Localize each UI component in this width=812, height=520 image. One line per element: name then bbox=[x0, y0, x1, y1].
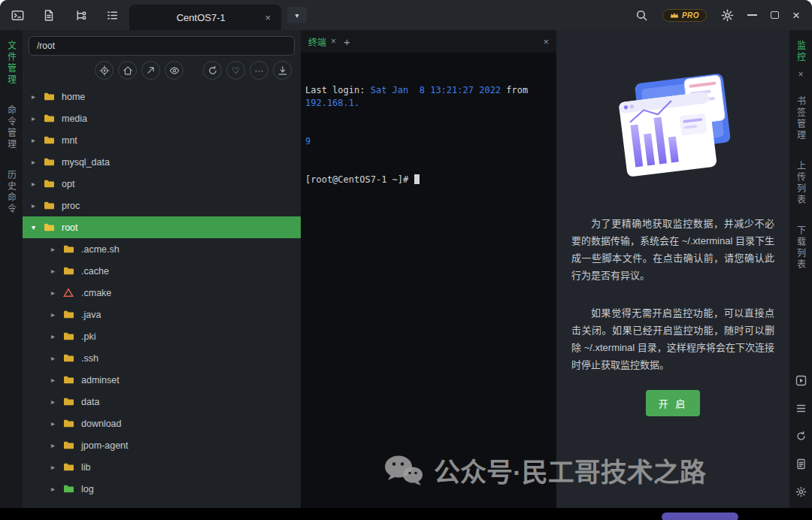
enable-monitor-button[interactable]: 开 启 bbox=[646, 390, 701, 416]
chevron-right-icon[interactable] bbox=[51, 376, 63, 384]
tree-item-java[interactable]: .java bbox=[23, 304, 301, 325]
tree-item-mysql-data[interactable]: mysql_data bbox=[23, 151, 301, 173]
chevron-right-icon[interactable] bbox=[32, 92, 44, 101]
download-icon[interactable] bbox=[273, 61, 292, 80]
new-terminal-tab-icon[interactable]: + bbox=[344, 35, 350, 48]
chevron-right-icon[interactable] bbox=[51, 245, 63, 253]
tree-item-cache[interactable]: .cache bbox=[23, 260, 301, 282]
file-toolbar: ♡ ··· bbox=[23, 57, 301, 86]
notes-icon[interactable] bbox=[42, 8, 56, 22]
monitor-close-icon[interactable]: × bbox=[798, 69, 803, 80]
tree-item-label: data bbox=[81, 397, 99, 407]
settings-gear-icon[interactable] bbox=[720, 8, 734, 22]
tree-item-download[interactable]: download bbox=[23, 413, 301, 434]
window-close-button[interactable]: × bbox=[792, 9, 800, 22]
tree-item-pki[interactable]: .pki bbox=[23, 325, 301, 347]
tree-item-acme-sh[interactable]: .acme.sh bbox=[23, 238, 301, 260]
tree-item-label: log bbox=[81, 484, 94, 494]
eye-icon[interactable] bbox=[165, 61, 183, 80]
tree-item-cmake[interactable]: .cmake bbox=[23, 282, 301, 304]
folder-icon bbox=[63, 440, 78, 450]
session-tab-centos7-1[interactable]: CentOS7-1 × bbox=[129, 5, 281, 30]
tree-item-label: root bbox=[62, 222, 78, 233]
chevron-right-icon[interactable] bbox=[51, 289, 63, 297]
statusbar bbox=[0, 508, 812, 520]
chevron-right-icon[interactable] bbox=[32, 201, 44, 210]
chevron-right-icon[interactable] bbox=[51, 485, 63, 493]
chevron-down-icon[interactable] bbox=[32, 223, 44, 231]
session-dropdown-button[interactable]: ▾ bbox=[287, 7, 307, 23]
quick-command-icon[interactable] bbox=[308, 490, 319, 500]
locate-icon[interactable] bbox=[95, 61, 114, 80]
rail-item-download-list[interactable]: 下载列表 bbox=[795, 225, 807, 271]
home-icon[interactable] bbox=[118, 61, 137, 80]
monitor-illustration bbox=[601, 69, 744, 195]
run-box-icon[interactable] bbox=[795, 374, 807, 386]
tree-item-mnt[interactable]: mnt bbox=[23, 129, 301, 151]
session-tab-close-icon[interactable]: × bbox=[263, 12, 272, 23]
terminal-window-icon[interactable] bbox=[11, 8, 24, 22]
jump-arrow-icon[interactable] bbox=[141, 61, 160, 80]
rail-item-bookmark-manager[interactable]: 书签管理 bbox=[795, 96, 807, 141]
more-icon[interactable]: ··· bbox=[250, 61, 268, 80]
titlebar: CentOS7-1 × ▾ PRO × bbox=[0, 0, 812, 30]
chevron-right-icon[interactable] bbox=[32, 158, 44, 166]
tree-item-label: lib bbox=[81, 462, 91, 473]
chevron-right-icon[interactable] bbox=[51, 463, 63, 471]
chevron-right-icon[interactable] bbox=[51, 398, 63, 406]
tree-item-log[interactable]: log bbox=[23, 478, 301, 500]
tree-item-root[interactable]: root bbox=[23, 216, 301, 238]
tree-item-data[interactable]: data bbox=[23, 391, 301, 413]
tree-item-label: .cmake bbox=[81, 288, 111, 298]
chevron-right-icon[interactable] bbox=[51, 310, 63, 319]
chevron-right-icon[interactable] bbox=[32, 180, 44, 188]
gear-icon[interactable] bbox=[795, 485, 807, 497]
path-input[interactable] bbox=[29, 36, 295, 56]
terminal-tabbar: 终端 × + × bbox=[301, 30, 556, 53]
cmake-icon bbox=[63, 288, 78, 298]
rail-item-file-manager[interactable]: 文件管理 bbox=[5, 41, 18, 86]
favorite-heart-icon[interactable]: ♡ bbox=[226, 61, 245, 80]
tree-item-media[interactable]: media bbox=[23, 107, 301, 129]
tree-item-ssh[interactable]: .ssh bbox=[23, 347, 301, 369]
maximize-button[interactable] bbox=[771, 11, 779, 19]
chevron-right-icon[interactable] bbox=[51, 419, 63, 428]
sync-icon[interactable] bbox=[795, 430, 807, 442]
document-icon[interactable] bbox=[795, 458, 807, 470]
rail-item-upload-list[interactable]: 上传列表 bbox=[795, 161, 807, 206]
terminal-cursor bbox=[414, 174, 420, 184]
terminal-body[interactable]: Last login: Sat Jan 8 13:21:27 2022 from… bbox=[301, 53, 556, 508]
terminal-tab-close-icon[interactable]: × bbox=[331, 36, 336, 47]
folder-icon bbox=[63, 331, 78, 341]
tree-item-jpom-agent[interactable]: jpom-agent bbox=[23, 434, 301, 456]
terminal-panel-close-icon[interactable]: × bbox=[543, 36, 549, 47]
task-list-icon[interactable] bbox=[795, 402, 807, 414]
terminal-tab[interactable]: 终端 × bbox=[308, 35, 336, 48]
rail-item-command-manager[interactable]: 命令管理 bbox=[5, 105, 18, 150]
terminal-text: 192.168.1. bbox=[305, 98, 359, 108]
crown-icon bbox=[670, 11, 679, 19]
chevron-right-icon[interactable] bbox=[51, 354, 63, 362]
tree-item-home[interactable]: home bbox=[23, 86, 301, 107]
tree-item-adminset[interactable]: adminset bbox=[23, 369, 301, 391]
list-icon[interactable] bbox=[105, 8, 119, 22]
chevron-right-icon[interactable] bbox=[32, 114, 44, 122]
chevron-right-icon[interactable] bbox=[51, 441, 63, 449]
monitor-panel: 为了更精确地获取监控数据，并减少不必要的数据传输，系统会在 ~/.xtermin… bbox=[556, 30, 789, 508]
minimize-button[interactable] bbox=[747, 14, 757, 16]
search-icon[interactable] bbox=[635, 8, 649, 22]
chevron-right-icon[interactable] bbox=[51, 332, 63, 340]
pro-badge[interactable]: PRO bbox=[662, 9, 707, 22]
rail-item-monitor[interactable]: 监控 bbox=[795, 41, 807, 63]
rail-item-history-commands[interactable]: 历史命令 bbox=[5, 170, 18, 215]
app-window: CentOS7-1 × ▾ PRO × 文件管理 命令管理 bbox=[0, 0, 812, 520]
monitor-paragraph-2: 如果觉得无需开启监控功能，可以直接点击关闭。如果已经开启监控功能，随时可以删除 … bbox=[571, 304, 774, 374]
tree-item-opt[interactable]: opt bbox=[23, 173, 301, 195]
refresh-icon[interactable] bbox=[203, 61, 222, 80]
chevron-right-icon[interactable] bbox=[51, 267, 63, 275]
terminal-text: Last login: bbox=[305, 85, 371, 95]
tree-item-proc[interactable]: proc bbox=[23, 195, 301, 216]
split-layout-icon[interactable] bbox=[74, 8, 87, 22]
tree-item-lib[interactable]: lib bbox=[23, 456, 301, 478]
chevron-right-icon[interactable] bbox=[32, 136, 44, 144]
